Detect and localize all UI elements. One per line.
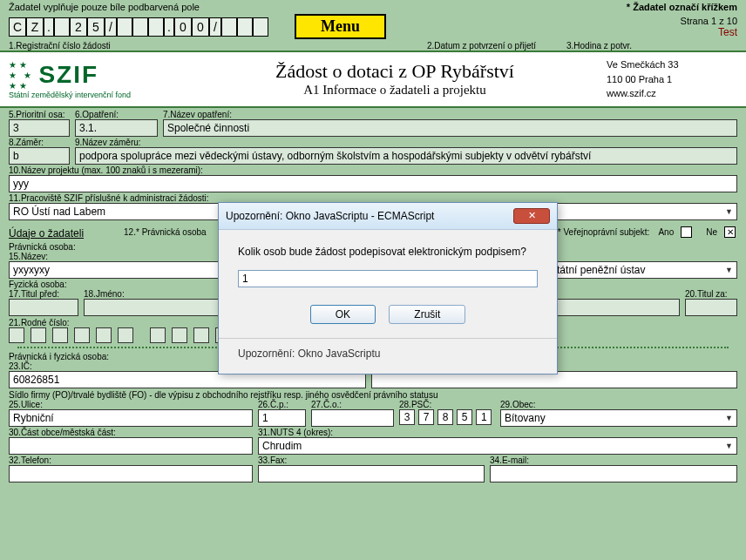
menu-button[interactable]: Menu (295, 14, 386, 39)
dialog-titlebar: Upozornění: Okno JavaScriptu - ECMAScrip… (219, 203, 557, 230)
label-26: 26.Č.p.: (258, 400, 306, 409)
label-9: 9.Název záměru: (75, 138, 737, 147)
value-5: 3 (9, 119, 70, 137)
marker-text: * Žadatel označí křížkem (627, 2, 737, 12)
value-25[interactable]: Rybniční (9, 409, 253, 427)
addr-line: www.szif.cz (607, 86, 737, 101)
label-34: 34.E-mail: (490, 455, 737, 465)
chevron-down-icon: ▼ (725, 442, 733, 450)
value-17 (9, 299, 78, 316)
rc-cell (193, 327, 209, 343)
label-21: 21.Rodné číslo: (9, 318, 70, 327)
rc-cell (150, 327, 166, 343)
checkbox-ano[interactable] (681, 226, 692, 238)
checkbox-ne[interactable]: ✕ (724, 226, 736, 238)
psc-cells: 3 7 8 5 1 (399, 409, 495, 425)
reg-cell (117, 17, 132, 37)
psc-cell[interactable]: 5 (457, 409, 472, 425)
label-17: 17.Titul před: (9, 289, 78, 299)
label-11: 11.Pracoviště SZIF příslušné k administr… (9, 193, 737, 203)
value-10[interactable]: yyy (9, 175, 737, 192)
label-14: 14.* Veřejnoprávní subjekt: (546, 227, 650, 237)
reg-cell: 5 (87, 17, 105, 37)
label-20: 20.Titul za: (685, 289, 737, 299)
chevron-down-icon: ▼ (725, 266, 733, 274)
title-area: Žádost o dotaci z OP Rybářství A1 Inform… (183, 60, 607, 98)
address-area: Ve Smečkách 33 110 00 Praha 1 www.szif.c… (607, 57, 737, 101)
heading-udaje: Údaje o žadateli (9, 227, 84, 240)
value-27[interactable] (311, 409, 394, 427)
label-12: 12.* Právnická osoba (124, 227, 207, 237)
chevron-down-icon: ▼ (725, 207, 733, 216)
rc-cell (31, 327, 46, 343)
label-8: 8.Záměr: (9, 138, 70, 147)
reg-cells: C Z . 2 5 / . 0 0 / (9, 17, 268, 37)
heading-sidlo: Sídlo firmy (PO)/trvalé bydliště (FO) - … (9, 390, 737, 400)
value-32[interactable] (9, 465, 253, 482)
label-30: 30.Část obce/městská část: (9, 428, 253, 437)
dialog-footer: Upozornění: Okno JavaScriptu (219, 338, 557, 374)
reg-cell: . (164, 17, 174, 37)
label-32: 32.Telefon: (9, 455, 253, 465)
rc-cell (52, 327, 68, 343)
registration-row: C Z . 2 5 / . 0 0 / Menu Strana 1 z 10 T… (0, 12, 746, 41)
label-ano: Ano (658, 227, 674, 237)
reg-cell: C (9, 17, 26, 37)
rc-cell (118, 327, 133, 343)
reg-cell: / (209, 17, 221, 37)
psc-cell[interactable]: 3 (399, 409, 415, 425)
page-subtitle: A1 Informace o žadateli a projektu (183, 83, 607, 98)
label-28: 28.PSČ: (399, 400, 495, 409)
label-10: 10.Název projektu (max. 100 znaků i s me… (9, 165, 737, 175)
reg-cell (132, 17, 148, 37)
label-31: 31.NUTS 4 (okres): (258, 428, 737, 437)
psc-cell[interactable]: 7 (418, 409, 434, 425)
value-34[interactable] (490, 465, 737, 482)
test-link[interactable]: Test (681, 26, 737, 38)
dialog-input[interactable] (238, 270, 538, 287)
header-band: ★ ★★ ★★ ★ SZIF Státní zemědělský interve… (0, 51, 746, 108)
reg-cell: . (44, 17, 54, 37)
reg-cell (221, 17, 237, 37)
label-25: 25.Ulice: (9, 400, 253, 409)
label-29: 29.Obec: (500, 400, 737, 409)
logo-subtitle: Státní zemědělský intervenční fond (9, 91, 183, 99)
value-31-dropdown[interactable]: Chrudim ▼ (258, 437, 737, 455)
rc-cell (9, 327, 24, 343)
ok-button[interactable]: OK (310, 305, 376, 324)
hint-text: Žadatel vyplňuje pouze bíle podbarvená p… (9, 2, 200, 12)
value-11-text: RO Ústí nad Labem (13, 206, 105, 218)
addr-line: Ve Smečkách 33 (607, 57, 737, 72)
addr-line: 110 00 Praha 1 (607, 72, 737, 87)
value-6: 3.1. (75, 119, 158, 137)
label-ne: Ne (706, 227, 717, 237)
sub-label-2: 2.Datum z potvrzení o přijetí (427, 41, 566, 51)
value-29-dropdown[interactable]: Bítovany ▼ (500, 409, 737, 427)
label-27: 27.Č.o.: (311, 400, 394, 409)
rc-cell (96, 327, 112, 343)
reg-cell (54, 17, 70, 37)
cancel-button[interactable]: Zrušit (389, 305, 465, 324)
sub-labels: 1.Registrační číslo žádosti 2.Datum z po… (0, 41, 746, 51)
dialog-buttons: OK Zrušit (219, 294, 557, 338)
top-bar: Žadatel vyplňuje pouze bíle podbarvená p… (0, 0, 746, 12)
dialog-body: Kolik osob bude žádost podepisovat elekt… (219, 230, 557, 294)
dialog-message: Kolik osob bude žádost podepisovat elekt… (238, 246, 538, 258)
value-9: podpora spolupráce mezi vědeckými ústavy… (75, 147, 737, 165)
psc-cell[interactable]: 8 (437, 409, 453, 425)
label-7: 7.Název opatření: (163, 110, 737, 119)
logo-stars-icon: ★ ★★ ★★ ★ (9, 59, 31, 91)
chevron-down-icon: ▼ (725, 414, 733, 422)
rc-cell (74, 327, 90, 343)
reg-cell (148, 17, 164, 37)
value-26[interactable]: 1 (258, 409, 306, 427)
reg-cell (253, 17, 268, 37)
psc-cell[interactable]: 1 (476, 409, 492, 425)
logo-area: ★ ★★ ★★ ★ SZIF Státní zemědělský interve… (9, 59, 183, 99)
value-30[interactable] (9, 437, 253, 455)
reg-cell: / (105, 17, 117, 37)
value-33[interactable] (258, 465, 485, 482)
label-6: 6.Opatření: (75, 110, 158, 119)
close-button[interactable]: ✕ (513, 208, 550, 224)
page-indicator: Strana 1 z 10 (681, 16, 737, 26)
